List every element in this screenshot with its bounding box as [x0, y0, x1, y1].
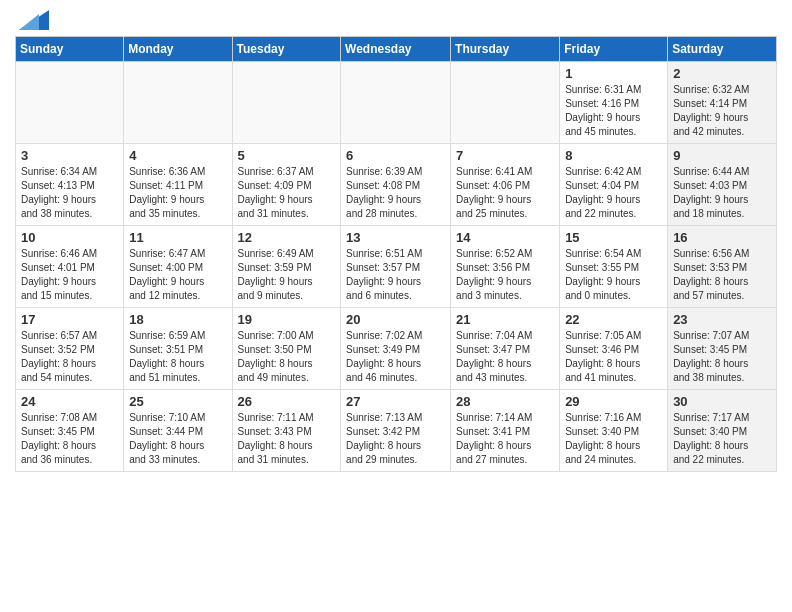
calendar-day-cell: 2Sunrise: 6:32 AM Sunset: 4:14 PM Daylig…	[668, 62, 777, 144]
day-number: 27	[346, 394, 445, 409]
day-info: Sunrise: 6:49 AM Sunset: 3:59 PM Dayligh…	[238, 247, 336, 303]
calendar-day-cell: 29Sunrise: 7:16 AM Sunset: 3:40 PM Dayli…	[560, 390, 668, 472]
calendar-day-cell: 7Sunrise: 6:41 AM Sunset: 4:06 PM Daylig…	[451, 144, 560, 226]
weekday-header: Friday	[560, 37, 668, 62]
calendar-day-cell: 18Sunrise: 6:59 AM Sunset: 3:51 PM Dayli…	[124, 308, 232, 390]
calendar-header-row: SundayMondayTuesdayWednesdayThursdayFrid…	[16, 37, 777, 62]
day-number: 8	[565, 148, 662, 163]
day-number: 19	[238, 312, 336, 327]
day-number: 14	[456, 230, 554, 245]
calendar-day-cell: 11Sunrise: 6:47 AM Sunset: 4:00 PM Dayli…	[124, 226, 232, 308]
svg-marker-1	[19, 14, 39, 30]
weekday-header: Monday	[124, 37, 232, 62]
calendar-day-cell: 20Sunrise: 7:02 AM Sunset: 3:49 PM Dayli…	[341, 308, 451, 390]
day-info: Sunrise: 6:34 AM Sunset: 4:13 PM Dayligh…	[21, 165, 118, 221]
day-info: Sunrise: 7:11 AM Sunset: 3:43 PM Dayligh…	[238, 411, 336, 467]
weekday-header: Sunday	[16, 37, 124, 62]
calendar-day-cell: 30Sunrise: 7:17 AM Sunset: 3:40 PM Dayli…	[668, 390, 777, 472]
day-number: 6	[346, 148, 445, 163]
day-number: 28	[456, 394, 554, 409]
day-number: 29	[565, 394, 662, 409]
day-info: Sunrise: 7:07 AM Sunset: 3:45 PM Dayligh…	[673, 329, 771, 385]
calendar-table: SundayMondayTuesdayWednesdayThursdayFrid…	[15, 36, 777, 472]
calendar-day-cell: 12Sunrise: 6:49 AM Sunset: 3:59 PM Dayli…	[232, 226, 341, 308]
calendar-day-cell: 4Sunrise: 6:36 AM Sunset: 4:11 PM Daylig…	[124, 144, 232, 226]
day-info: Sunrise: 6:39 AM Sunset: 4:08 PM Dayligh…	[346, 165, 445, 221]
calendar-week-row: 3Sunrise: 6:34 AM Sunset: 4:13 PM Daylig…	[16, 144, 777, 226]
day-info: Sunrise: 6:36 AM Sunset: 4:11 PM Dayligh…	[129, 165, 226, 221]
day-number: 3	[21, 148, 118, 163]
day-number: 1	[565, 66, 662, 81]
day-info: Sunrise: 6:31 AM Sunset: 4:16 PM Dayligh…	[565, 83, 662, 139]
day-number: 4	[129, 148, 226, 163]
header	[15, 10, 777, 30]
day-info: Sunrise: 6:46 AM Sunset: 4:01 PM Dayligh…	[21, 247, 118, 303]
calendar-week-row: 24Sunrise: 7:08 AM Sunset: 3:45 PM Dayli…	[16, 390, 777, 472]
calendar-day-cell	[341, 62, 451, 144]
day-number: 30	[673, 394, 771, 409]
calendar-day-cell: 17Sunrise: 6:57 AM Sunset: 3:52 PM Dayli…	[16, 308, 124, 390]
day-info: Sunrise: 6:32 AM Sunset: 4:14 PM Dayligh…	[673, 83, 771, 139]
page-container: SundayMondayTuesdayWednesdayThursdayFrid…	[0, 0, 792, 482]
logo	[15, 10, 49, 30]
day-info: Sunrise: 7:00 AM Sunset: 3:50 PM Dayligh…	[238, 329, 336, 385]
day-info: Sunrise: 7:14 AM Sunset: 3:41 PM Dayligh…	[456, 411, 554, 467]
calendar-day-cell: 25Sunrise: 7:10 AM Sunset: 3:44 PM Dayli…	[124, 390, 232, 472]
day-info: Sunrise: 6:52 AM Sunset: 3:56 PM Dayligh…	[456, 247, 554, 303]
day-number: 16	[673, 230, 771, 245]
day-number: 17	[21, 312, 118, 327]
day-info: Sunrise: 6:56 AM Sunset: 3:53 PM Dayligh…	[673, 247, 771, 303]
day-info: Sunrise: 6:42 AM Sunset: 4:04 PM Dayligh…	[565, 165, 662, 221]
calendar-day-cell: 28Sunrise: 7:14 AM Sunset: 3:41 PM Dayli…	[451, 390, 560, 472]
day-info: Sunrise: 6:47 AM Sunset: 4:00 PM Dayligh…	[129, 247, 226, 303]
day-number: 24	[21, 394, 118, 409]
day-info: Sunrise: 6:59 AM Sunset: 3:51 PM Dayligh…	[129, 329, 226, 385]
day-number: 25	[129, 394, 226, 409]
calendar-day-cell	[124, 62, 232, 144]
day-number: 20	[346, 312, 445, 327]
calendar-day-cell: 5Sunrise: 6:37 AM Sunset: 4:09 PM Daylig…	[232, 144, 341, 226]
weekday-header: Saturday	[668, 37, 777, 62]
day-number: 15	[565, 230, 662, 245]
calendar-week-row: 1Sunrise: 6:31 AM Sunset: 4:16 PM Daylig…	[16, 62, 777, 144]
calendar-day-cell: 26Sunrise: 7:11 AM Sunset: 3:43 PM Dayli…	[232, 390, 341, 472]
calendar-day-cell	[451, 62, 560, 144]
day-number: 9	[673, 148, 771, 163]
day-number: 2	[673, 66, 771, 81]
weekday-header: Tuesday	[232, 37, 341, 62]
day-number: 26	[238, 394, 336, 409]
calendar-week-row: 10Sunrise: 6:46 AM Sunset: 4:01 PM Dayli…	[16, 226, 777, 308]
day-number: 13	[346, 230, 445, 245]
calendar-day-cell: 16Sunrise: 6:56 AM Sunset: 3:53 PM Dayli…	[668, 226, 777, 308]
calendar-day-cell: 10Sunrise: 6:46 AM Sunset: 4:01 PM Dayli…	[16, 226, 124, 308]
day-info: Sunrise: 6:44 AM Sunset: 4:03 PM Dayligh…	[673, 165, 771, 221]
logo-icon	[19, 10, 49, 30]
calendar-day-cell: 1Sunrise: 6:31 AM Sunset: 4:16 PM Daylig…	[560, 62, 668, 144]
calendar-day-cell: 3Sunrise: 6:34 AM Sunset: 4:13 PM Daylig…	[16, 144, 124, 226]
calendar-day-cell: 14Sunrise: 6:52 AM Sunset: 3:56 PM Dayli…	[451, 226, 560, 308]
calendar-day-cell: 27Sunrise: 7:13 AM Sunset: 3:42 PM Dayli…	[341, 390, 451, 472]
day-number: 11	[129, 230, 226, 245]
day-number: 23	[673, 312, 771, 327]
day-number: 5	[238, 148, 336, 163]
calendar-day-cell: 15Sunrise: 6:54 AM Sunset: 3:55 PM Dayli…	[560, 226, 668, 308]
day-info: Sunrise: 7:04 AM Sunset: 3:47 PM Dayligh…	[456, 329, 554, 385]
day-info: Sunrise: 7:08 AM Sunset: 3:45 PM Dayligh…	[21, 411, 118, 467]
calendar-day-cell: 9Sunrise: 6:44 AM Sunset: 4:03 PM Daylig…	[668, 144, 777, 226]
calendar-week-row: 17Sunrise: 6:57 AM Sunset: 3:52 PM Dayli…	[16, 308, 777, 390]
day-number: 21	[456, 312, 554, 327]
day-info: Sunrise: 6:41 AM Sunset: 4:06 PM Dayligh…	[456, 165, 554, 221]
day-number: 12	[238, 230, 336, 245]
calendar-day-cell: 24Sunrise: 7:08 AM Sunset: 3:45 PM Dayli…	[16, 390, 124, 472]
calendar-day-cell: 21Sunrise: 7:04 AM Sunset: 3:47 PM Dayli…	[451, 308, 560, 390]
day-info: Sunrise: 7:02 AM Sunset: 3:49 PM Dayligh…	[346, 329, 445, 385]
logo-text	[15, 10, 49, 30]
calendar-day-cell: 23Sunrise: 7:07 AM Sunset: 3:45 PM Dayli…	[668, 308, 777, 390]
weekday-header: Wednesday	[341, 37, 451, 62]
day-info: Sunrise: 6:57 AM Sunset: 3:52 PM Dayligh…	[21, 329, 118, 385]
day-info: Sunrise: 6:37 AM Sunset: 4:09 PM Dayligh…	[238, 165, 336, 221]
calendar-day-cell: 22Sunrise: 7:05 AM Sunset: 3:46 PM Dayli…	[560, 308, 668, 390]
day-info: Sunrise: 7:17 AM Sunset: 3:40 PM Dayligh…	[673, 411, 771, 467]
day-number: 7	[456, 148, 554, 163]
day-info: Sunrise: 7:16 AM Sunset: 3:40 PM Dayligh…	[565, 411, 662, 467]
